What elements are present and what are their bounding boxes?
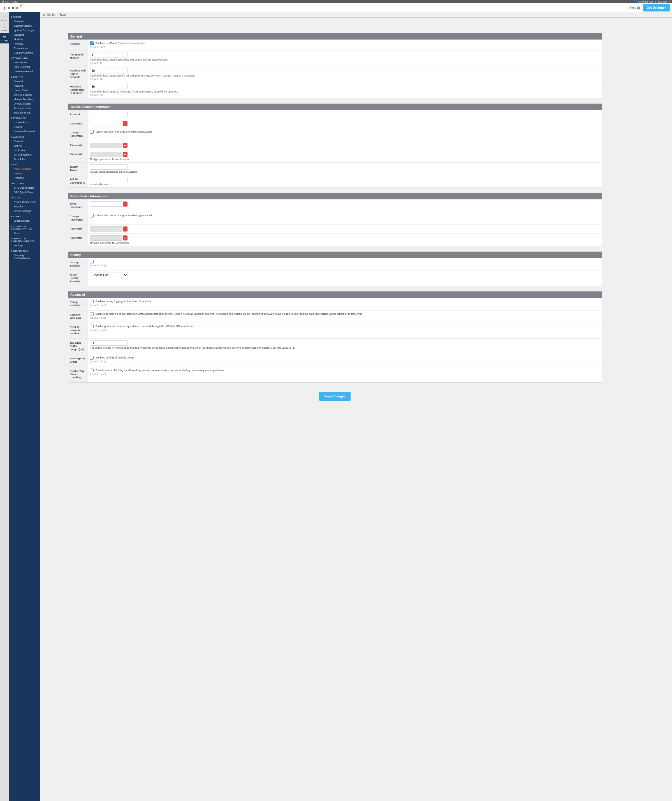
sidebar-item-branding-customization[interactable]: Branding Customization (9, 253, 40, 261)
talk2m-password-input[interactable] (90, 143, 122, 148)
form-row: Password•••Re-type password for verifica… (68, 233, 602, 246)
help-link[interactable]: Help? (630, 6, 640, 10)
side-heading: PERSPECTIVE (9, 248, 40, 253)
password-reveal-button[interactable]: ••• (123, 235, 127, 240)
buffer-input[interactable] (90, 340, 128, 346)
ewon-change-pw-checkbox[interactable] (90, 214, 93, 217)
row-label: Password (68, 234, 88, 246)
sidebar-item-notification[interactable]: Notification (9, 148, 40, 153)
sidebar-item-opc-quick-client[interactable]: OPC Quick Client (9, 190, 40, 195)
realtimepoll-input[interactable] (90, 68, 128, 74)
help-text: Include dashes. (90, 183, 600, 186)
sidebar-item-on-call-rosters[interactable]: On-Call Rosters (9, 153, 40, 157)
row-body: The length of time in milliseconds that … (88, 339, 602, 354)
account-input[interactable] (90, 112, 128, 117)
sidebar-item-identity-providers[interactable]: Identity Providers (9, 97, 40, 101)
sidebar-item-gateway-network[interactable]: Gateway Network (9, 69, 40, 74)
row-body: Enables sorting of tags by group.(defaul… (88, 354, 602, 366)
password-reveal-button[interactable]: ••• (123, 121, 127, 126)
form-row: Talk2M TokenTalk2M token generated using… (68, 162, 602, 175)
sidebar-item-projects[interactable]: Projects (9, 42, 40, 46)
readall-checkbox[interactable] (90, 325, 93, 328)
ewon-password2-input[interactable] (90, 235, 122, 241)
sidebar-item-web-server[interactable]: Web Server (9, 60, 40, 65)
rail-config[interactable]: ✿Config (0, 33, 9, 43)
talk2m-devid-input[interactable] (90, 177, 128, 182)
form-row: Combine Live Data Enables combining of l… (68, 310, 602, 323)
form-row: Change Password? Check this box to chang… (68, 212, 602, 224)
sidebar-item-realtime[interactable]: Realtime (9, 176, 40, 180)
row-label: Account (68, 110, 88, 119)
sidebar-item-service-security[interactable]: Service Security (9, 92, 40, 97)
sidebar-item-setup[interactable]: Setup (9, 231, 40, 235)
sidebar-item-connections[interactable]: Connections (9, 120, 40, 125)
pollrate-input[interactable] (90, 52, 128, 58)
disable-checkbox[interactable] (90, 368, 93, 372)
sidebar-item-server-settings[interactable]: Server Settings (9, 209, 40, 213)
sidebar-item-device-connections[interactable]: Device Connections (9, 200, 40, 204)
row-body: ••• (88, 225, 602, 233)
sidebar-item-auditing[interactable]: Auditing (9, 84, 40, 88)
sidebar-item-schedules[interactable]: Schedules (9, 157, 40, 161)
sidebar-item-settings[interactable]: Settings (9, 243, 40, 248)
row-label: Target History Provider (68, 270, 88, 286)
ewon-password-input[interactable] (90, 226, 122, 232)
rail-status[interactable]: ⫽Status (0, 23, 9, 33)
sidebar-item-local-devices[interactable]: Local Devices (9, 219, 40, 223)
sidebar-item-security-zones[interactable]: Security Zones (9, 111, 40, 115)
sidebar-item-security-levels[interactable]: Security Levels (9, 106, 40, 111)
history-enabled-checkbox[interactable] (90, 260, 93, 264)
sidebar-item-opc-connections[interactable]: OPC Connections (9, 185, 40, 190)
sidebar-item-users-roles[interactable]: Users, Roles (9, 88, 40, 92)
side-heading: DATABASES (9, 115, 40, 120)
sidebar-item-journal[interactable]: Journal (9, 143, 40, 148)
sidebar-item-drivers[interactable]: Drivers (9, 125, 40, 129)
sidebar-item-store-and-forward[interactable]: Store and Forward (9, 129, 40, 134)
get-designer-button[interactable]: Get Designer (643, 4, 670, 11)
ewon-username-input[interactable] (90, 201, 122, 207)
sidebar-item-history[interactable]: History (9, 171, 40, 176)
help-text: Re-type password for verification. (90, 158, 600, 161)
talk2m-token-input[interactable] (90, 164, 128, 170)
sort-checkbox[interactable] (90, 356, 93, 360)
default-text: (default: false) (90, 329, 600, 331)
panel-heading: Talk2M Account Information (68, 104, 602, 110)
sidebar-item-modules[interactable]: Modules (9, 37, 40, 42)
save-changes-button[interactable]: Save Changes (319, 392, 350, 401)
row-label: Change Password? (68, 129, 88, 140)
password-reveal-button[interactable]: ••• (123, 143, 127, 148)
admin-link[interactable]: 👤 Administrator (635, 0, 653, 3)
password-reveal-button[interactable]: ••• (123, 152, 127, 157)
sidebar-item-security[interactable]: Security (9, 204, 40, 209)
combine-checkbox[interactable] (90, 312, 93, 316)
sidebar-item-general[interactable]: General (9, 139, 40, 143)
breadcrumb-config[interactable]: Config (47, 13, 55, 16)
sidebar-item-ewon-connector[interactable]: Ewon Connector (9, 167, 40, 171)
metadata-input[interactable] (90, 84, 128, 89)
row-label: Debug Enabled (68, 298, 88, 310)
sidebar-item-ignition-exchange[interactable]: Ignition Exchange (9, 28, 40, 32)
enabled-checkbox[interactable] (90, 42, 93, 45)
sidebar-item-gateway-settings[interactable]: Gateway Settings (9, 50, 40, 55)
sidebar-item-general[interactable]: General (9, 79, 40, 84)
sidebar-item-email-settings[interactable]: Email Settings (9, 65, 40, 69)
rail-home[interactable]: ⌂Home (0, 13, 9, 23)
sidebar-item-overview[interactable]: Overview (9, 19, 40, 24)
password-reveal-button[interactable]: ••• (123, 227, 127, 232)
talk2m-change-pw-checkbox[interactable] (90, 130, 93, 134)
debug-checkbox[interactable] (90, 299, 93, 303)
talk2m-password2-input[interactable] (90, 152, 122, 157)
sidebar-item-oauth2-clients[interactable]: OAuth2 Clients (9, 101, 40, 106)
sidebar-item-redundancy[interactable]: Redundancy (9, 46, 40, 50)
sidebar-item-backup-restore[interactable]: Backup/Restore (9, 24, 40, 28)
side-heading: SYSTEM (9, 14, 40, 19)
logout-link[interactable]: Log Out → (658, 0, 670, 3)
breadcrumb: ✿ Config › Tags (40, 12, 672, 18)
logo: Ignition⸄ (2, 3, 23, 12)
row-body: ••• (88, 119, 602, 129)
default-text: (default: true) (90, 46, 600, 48)
talk2m-username-input[interactable] (90, 121, 122, 126)
target-history-select[interactable]: Choose One (90, 272, 128, 278)
sidebar-item-licensing[interactable]: Licensing (9, 32, 40, 37)
password-reveal-button[interactable]: ••• (123, 201, 127, 207)
